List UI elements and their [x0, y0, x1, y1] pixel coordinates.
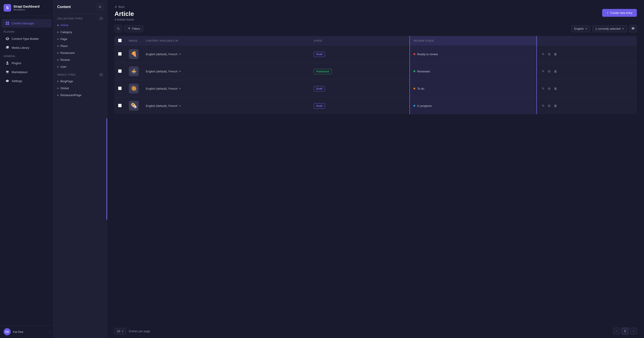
collapse-sidebar-button[interactable]: ‹ [49, 330, 50, 333]
row-review-cell-2: Reviewed [410, 63, 537, 80]
content-panel-title: Content [57, 5, 71, 9]
type-item-place[interactable]: Place [54, 42, 107, 50]
delete-button-2[interactable]: 🗑 [552, 69, 558, 74]
content-panel-header: Content [54, 0, 107, 14]
scroll-indicator [106, 118, 107, 220]
content-panel: Content Collection Types 7 Article Categ… [54, 0, 107, 338]
delete-button-1[interactable]: 🗑 [552, 52, 558, 57]
locale-text-4: English (default), French [146, 104, 178, 108]
content-available-column-header: CONTENT AVAILABLE IN [142, 36, 310, 46]
content-type-builder-icon [5, 37, 10, 41]
table-settings-button[interactable] [629, 25, 637, 32]
row-image-cell-4: 🌯 [125, 97, 142, 114]
row-checkbox-4[interactable] [118, 104, 122, 107]
food-image-3: 🥘 [129, 84, 139, 94]
select-all-checkbox[interactable] [118, 39, 122, 42]
table-row: 🌯 English (default), French ▼ Draft In p… [114, 97, 637, 114]
sidebar-item-marketplace[interactable]: Marketplace [2, 68, 52, 76]
type-item-global[interactable]: Global [54, 85, 107, 92]
header-left: Back Article 4 entries found [114, 5, 134, 21]
sidebar-item-settings[interactable]: Settings [2, 77, 52, 85]
edit-button-4[interactable]: ✎ [540, 103, 546, 108]
svg-rect-5 [6, 46, 9, 48]
duplicate-button-1[interactable]: ⧉ [547, 52, 552, 57]
locale-selector[interactable]: 1 currently selected ▼ [592, 25, 627, 32]
pagination-row: 10 ▼ Entries per page ‹ 1 › [107, 324, 644, 338]
type-dot-page [57, 38, 58, 40]
per-page-value: 10 [117, 330, 120, 333]
row-review-cell-1: Ready to review [410, 46, 537, 63]
edit-button-3[interactable]: ✎ [540, 86, 546, 91]
type-item-article[interactable]: Article [54, 22, 107, 28]
language-selector[interactable]: English ▼ [571, 25, 590, 32]
header-right: + Create new entry [602, 5, 637, 17]
delete-button-4[interactable]: 🗑 [552, 103, 558, 108]
type-label-restaurant: Restaurant [60, 51, 75, 54]
create-btn-label: Create new entry [610, 11, 632, 14]
collection-types-header: Collection Types 7 [54, 14, 107, 22]
type-dot-blogpage [57, 81, 58, 82]
locale-chevron-icon-1: ▼ [179, 53, 181, 56]
content-manager-icon [5, 21, 10, 25]
sidebar-item-label-plugins: Plugins [12, 62, 21, 65]
duplicate-button-4[interactable]: ⧉ [547, 103, 552, 109]
create-entry-button[interactable]: + Create new entry [602, 9, 637, 17]
table-header-row: IMAGE CONTENT AVAILABLE IN STATE REVIEW … [114, 36, 637, 46]
type-label-user: User [60, 65, 66, 68]
single-types-label: Single Types [57, 74, 76, 76]
sidebar-item-content-manager[interactable]: Content Manager [2, 19, 52, 28]
type-dot-review [57, 59, 58, 60]
type-dot-global [57, 88, 58, 89]
duplicate-button-3[interactable]: ⧉ [547, 86, 552, 92]
sidebar-item-plugins[interactable]: Plugins [2, 59, 52, 67]
locale-text-1: English (default), French [146, 52, 178, 56]
type-item-category[interactable]: Category [54, 28, 107, 36]
back-button[interactable]: Back [114, 5, 134, 8]
duplicate-button-2[interactable]: ⧉ [547, 69, 552, 74]
delete-button-3[interactable]: 🗑 [552, 86, 558, 91]
food-image-1: 🍕 [129, 49, 139, 59]
type-item-restaurant[interactable]: Restaurant [54, 50, 107, 56]
review-stage-text-3: To do [417, 87, 424, 90]
type-item-user[interactable]: User [54, 63, 107, 70]
row-checkbox-3[interactable] [118, 86, 122, 90]
table-container: IMAGE CONTENT AVAILABLE IN STATE REVIEW … [107, 36, 644, 324]
row-checkbox-2[interactable] [118, 69, 122, 73]
media-library-icon [5, 46, 10, 50]
type-dot-restaurant [57, 52, 58, 54]
main-header: Back Article 4 entries found + Create ne… [107, 0, 644, 25]
edit-button-1[interactable]: ✎ [540, 52, 546, 57]
filters-label: Filters [132, 27, 140, 30]
type-item-restaurantpage[interactable]: RestaurantPage [54, 92, 107, 98]
sidebar-footer: KD Kai Doe ‹ [0, 325, 54, 338]
collection-types-count: 7 [98, 17, 104, 20]
table-row: 🥘 English (default), French ▼ Draft To d… [114, 80, 637, 97]
state-column-header: STATE [310, 36, 410, 46]
per-page-selector[interactable]: 10 ▼ [114, 328, 126, 334]
table-search-button[interactable] [114, 25, 122, 32]
language-chevron-icon: ▼ [585, 28, 587, 30]
next-page-button[interactable]: › [630, 328, 637, 334]
row-locale-cell-3: English (default), French ▼ [142, 80, 310, 97]
prev-page-button[interactable]: ‹ [613, 328, 620, 334]
type-item-review[interactable]: Review [54, 56, 107, 63]
row-actions-cell-2: ✎ ⧉ 🗑 [537, 63, 637, 80]
table-row: 🍕 English (default), French ▼ Draft Read… [114, 46, 637, 63]
row-actions-cell-1: ✎ ⧉ 🗑 [537, 46, 637, 63]
svg-rect-2 [6, 24, 7, 25]
content-search-button[interactable] [97, 4, 104, 10]
row-checkbox-1[interactable] [118, 52, 122, 56]
edit-button-2[interactable]: ✎ [540, 69, 546, 74]
filters-button[interactable]: Filters [124, 25, 143, 32]
locale-chevron-icon: ▼ [622, 28, 624, 30]
toolbar: Filters English ▼ 1 currently selected ▼ [107, 25, 644, 36]
page-1-button[interactable]: 1 [622, 328, 628, 334]
sidebar-item-content-type-builder[interactable]: Content-Type Builder [2, 34, 52, 43]
sidebar-item-media-library[interactable]: Media Library [2, 43, 52, 52]
row-locale-cell-1: English (default), French ▼ [142, 46, 310, 63]
app-name: Strapi Dashboard [14, 5, 40, 8]
brand-text: Strapi Dashboard Workplace [14, 5, 40, 11]
type-item-blogpage[interactable]: BlogPage [54, 78, 107, 85]
sidebar-item-label-content-type-builder: Content-Type Builder [12, 37, 39, 40]
type-item-page[interactable]: Page [54, 36, 107, 42]
